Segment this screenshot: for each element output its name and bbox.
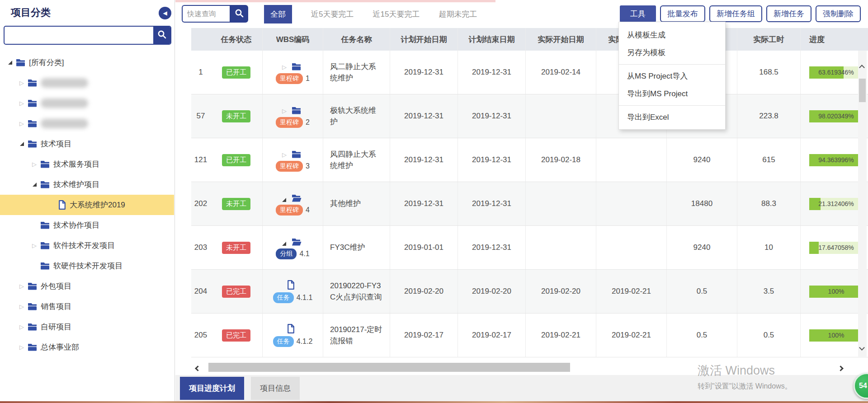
vertical-scrollbar-thumb[interactable] xyxy=(859,79,866,102)
tree-item-8[interactable]: 技术协作项目 xyxy=(0,215,174,235)
status-badge: 已开工 xyxy=(222,66,250,79)
expand-arrow-icon[interactable]: ▷ xyxy=(18,120,25,127)
wbs-code-value: 2 xyxy=(306,118,310,127)
add-task-button[interactable]: 新增任务 xyxy=(766,5,811,22)
tools-button[interactable]: 工具 xyxy=(620,5,656,22)
menu-item[interactable]: 从模板生成 xyxy=(619,26,725,44)
wbs-node: 任务4.1.2 xyxy=(273,323,313,347)
table-row[interactable]: 204已完工任务4.1.120190220-FY3C火点判识查询2019-02-… xyxy=(191,270,868,314)
wbs-badge-line: 里程碑2 xyxy=(276,117,310,128)
sidebar-project-categories: 项目分类 ◀ [所有分类]▷▷▷技术项目▷技术服务项目技术维护项目大系统维护20… xyxy=(0,0,175,401)
table-row[interactable]: 121已开工▷里程碑3风四静止大系统维护2019-12-312019-12-31… xyxy=(191,138,868,182)
tree-item-12[interactable]: ▷销售项目 xyxy=(0,296,174,317)
progress-value: 100% xyxy=(809,286,863,298)
status-badge: 未开工 xyxy=(222,242,250,254)
tree-item-5[interactable]: ▷技术服务项目 xyxy=(0,154,174,174)
sidebar-search-button[interactable] xyxy=(153,27,170,44)
batch-publish-button[interactable]: 批量发布 xyxy=(660,5,705,22)
expand-arrow-icon[interactable]: ▷ xyxy=(281,64,288,70)
bottom-tab-bar: 项目进度计划项目信息 xyxy=(175,375,868,401)
collapse-arrow-icon[interactable] xyxy=(281,198,288,202)
filter-tab-3[interactable]: 超期未完工 xyxy=(439,9,477,19)
tree-item-6[interactable]: 技术维护项目 xyxy=(0,174,174,195)
collapse-arrow-icon[interactable] xyxy=(31,183,38,187)
tree-item-1[interactable]: ▷ xyxy=(0,73,174,93)
menu-item[interactable]: 导出到MS Project xyxy=(619,85,725,103)
tree-item-0[interactable]: [所有分类] xyxy=(0,52,174,73)
filter-tab-2[interactable]: 近15天要完工 xyxy=(373,9,420,19)
file-icon xyxy=(287,324,295,333)
menu-item[interactable]: 另存为模板 xyxy=(619,44,725,61)
progress-bar: 21.312406% xyxy=(809,198,863,210)
expand-arrow-icon[interactable]: ▷ xyxy=(281,108,288,114)
collapse-arrow-icon[interactable] xyxy=(18,142,25,146)
scroll-right-icon[interactable] xyxy=(839,364,843,372)
sidebar-title: 项目分类 xyxy=(11,6,51,19)
table-row[interactable]: 1已开工▷里程碑1风二静止大系统维护2019-12-312019-12-3120… xyxy=(191,51,868,94)
bottom-tab-1[interactable]: 项目信息 xyxy=(251,377,300,400)
horizontal-scrollbar-thumb[interactable] xyxy=(208,363,570,372)
status-badge: 未开工 xyxy=(222,110,250,122)
expand-arrow-icon[interactable]: ▷ xyxy=(18,283,25,290)
bottom-tab-0[interactable]: 项目进度计划 xyxy=(180,377,244,400)
expand-arrow-icon[interactable]: ▷ xyxy=(18,303,25,310)
table-row[interactable]: 205已完工任务4.1.220190217-定时流报错2019-02-17201… xyxy=(191,314,868,357)
search-icon xyxy=(235,9,244,19)
expand-arrow-icon[interactable]: ▷ xyxy=(18,80,25,86)
filter-tab-0[interactable]: 全部 xyxy=(264,5,292,23)
tree-item-7[interactable]: 大系统维护2019 xyxy=(0,195,174,215)
row-number-cell: 202 xyxy=(191,182,210,225)
task-table: 任务状态WBS编码任务名称计划开始日期计划结束日期实际开始日期实际结束日期计划工… xyxy=(191,28,868,358)
tools-dropdown-menu: 从模板生成另存为模板从MS Project导入导出到MS Project导出到E… xyxy=(618,22,726,130)
expand-arrow-icon[interactable]: ▷ xyxy=(31,161,38,168)
table-row[interactable]: 202未开工里程碑4其他维护2019-12-312019-12-31184808… xyxy=(191,182,868,226)
add-task-group-button[interactable]: 新增任务组 xyxy=(709,5,762,22)
vertical-scrollbar[interactable] xyxy=(858,51,867,358)
table-body: 1已开工▷里程碑1风二静止大系统维护2019-12-312019-12-3120… xyxy=(191,51,868,357)
folder-icon xyxy=(40,262,50,270)
progress-value: 17.647058% xyxy=(809,242,863,254)
quick-search-input[interactable] xyxy=(182,5,230,23)
collapse-arrow-icon[interactable] xyxy=(281,242,288,246)
tree-item-label: 大系统维护2019 xyxy=(70,200,125,210)
expand-arrow-icon[interactable]: ▷ xyxy=(18,100,25,107)
expand-arrow-icon[interactable]: ▷ xyxy=(281,151,288,158)
wbs-node-icons: ▷ xyxy=(281,148,305,158)
scroll-up-icon[interactable] xyxy=(860,63,864,71)
actual-start-cell: 2019-02-21 xyxy=(526,314,596,357)
scroll-left-icon[interactable] xyxy=(196,364,200,372)
menu-divider xyxy=(619,64,725,65)
table-row[interactable]: 57未开工▷里程碑2极轨大系统维护2019-12-312019-12-31184… xyxy=(191,94,868,138)
column-header-wbs-code: WBS编码 xyxy=(263,28,323,51)
filter-tab-1[interactable]: 近5天要完工 xyxy=(311,9,354,19)
task-table-inner: 任务状态WBS编码任务名称计划开始日期计划结束日期实际开始日期实际结束日期计划工… xyxy=(191,28,868,357)
horizontal-scrollbar[interactable] xyxy=(191,361,852,373)
expand-arrow-icon[interactable]: ▷ xyxy=(18,344,25,351)
quick-search-button[interactable] xyxy=(230,5,248,23)
tree-item-11[interactable]: ▷外包项目 xyxy=(0,276,174,296)
tree-item-2[interactable]: ▷ xyxy=(0,93,174,113)
expand-arrow-icon[interactable]: ▷ xyxy=(18,323,25,330)
tree-item-3[interactable]: ▷ xyxy=(0,113,174,134)
expand-arrow-icon[interactable]: ▷ xyxy=(31,242,38,249)
row-number-cell: 1 xyxy=(191,51,210,94)
table-row[interactable]: 203未开工分组4.1FY3C维护2019-01-012019-12-31924… xyxy=(191,226,868,270)
tree-item-14[interactable]: ▷总体事业部 xyxy=(0,337,174,357)
tree-item-9[interactable]: ▷软件技术开发项目 xyxy=(0,235,174,256)
sidebar-search-input[interactable] xyxy=(5,27,153,44)
row-number-cell: 204 xyxy=(191,270,210,313)
force-delete-button[interactable]: 强制删除 xyxy=(816,5,861,22)
menu-item[interactable]: 导出到Excel xyxy=(619,108,725,126)
wbs-type-badge: 里程碑 xyxy=(276,205,303,216)
sidebar-collapse-button[interactable]: ◀ xyxy=(159,7,171,19)
sidebar-search xyxy=(4,26,171,45)
column-header-actual-hours: 实际工时 xyxy=(737,28,801,51)
scroll-down-icon[interactable] xyxy=(860,343,864,351)
tree-item-4[interactable]: 技术项目 xyxy=(0,134,174,154)
folder-icon xyxy=(16,59,25,66)
folder-icon xyxy=(28,303,37,310)
collapse-arrow-icon[interactable] xyxy=(6,61,14,65)
tree-item-10[interactable]: 软硬件技术开发项目 xyxy=(0,256,174,276)
tree-item-13[interactable]: ▷自研项目 xyxy=(0,317,174,337)
menu-item[interactable]: 从MS Project导入 xyxy=(619,67,725,85)
